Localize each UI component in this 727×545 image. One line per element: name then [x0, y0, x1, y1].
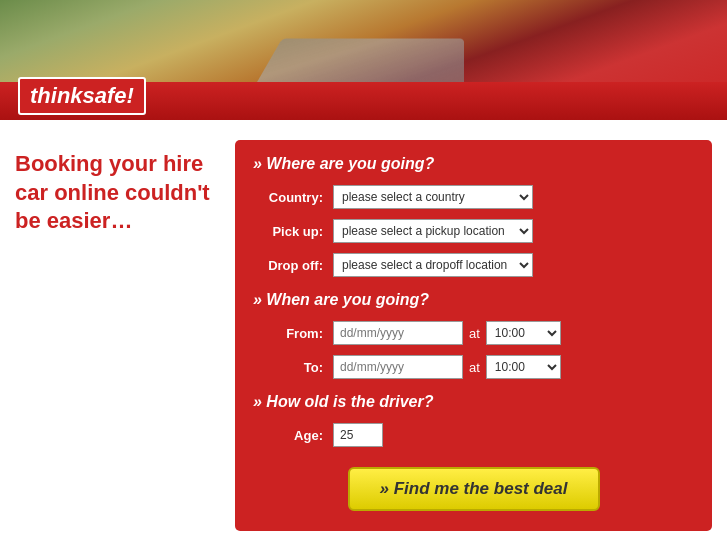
- to-row: To: at 10:00 08:00 09:00 11:00 12:00: [253, 355, 694, 379]
- from-at-label: at: [469, 326, 480, 341]
- to-at-label: at: [469, 360, 480, 375]
- driver-section-title: How old is the driver?: [253, 393, 694, 411]
- pickup-row: Pick up: please select a pickup location: [253, 219, 694, 243]
- find-deal-button[interactable]: » Find me the best deal: [348, 467, 600, 511]
- pickup-label: Pick up:: [253, 224, 323, 239]
- to-time-select[interactable]: 10:00 08:00 09:00 11:00 12:00: [486, 355, 561, 379]
- where-section-title: Where are you going?: [253, 155, 694, 173]
- header: thinksafe!: [0, 0, 727, 120]
- main-content: Booking your hire car online couldn't be…: [0, 120, 727, 545]
- to-date-input[interactable]: [333, 355, 463, 379]
- when-section-title: When are you going?: [253, 291, 694, 309]
- from-label: From:: [253, 326, 323, 341]
- to-label: To:: [253, 360, 323, 375]
- left-panel: Booking your hire car online couldn't be…: [15, 140, 215, 531]
- pickup-select[interactable]: please select a pickup location: [333, 219, 533, 243]
- tagline: Booking your hire car online couldn't be…: [15, 150, 215, 236]
- country-label: Country:: [253, 190, 323, 205]
- age-row: Age:: [253, 423, 694, 447]
- logo-box: thinksafe!: [18, 77, 146, 115]
- from-row: From: at 10:00 08:00 09:00 11:00 12:00: [253, 321, 694, 345]
- country-row: Country: please select a country: [253, 185, 694, 209]
- logo-text: thinksafe!: [30, 83, 134, 108]
- from-time-select[interactable]: 10:00 08:00 09:00 11:00 12:00: [486, 321, 561, 345]
- from-date-input[interactable]: [333, 321, 463, 345]
- dropoff-label: Drop off:: [253, 258, 323, 273]
- dropoff-select[interactable]: please select a dropoff location: [333, 253, 533, 277]
- dropoff-row: Drop off: please select a dropoff locati…: [253, 253, 694, 277]
- age-input[interactable]: [333, 423, 383, 447]
- submit-row: » Find me the best deal: [253, 467, 694, 511]
- form-panel: Where are you going? Country: please sel…: [235, 140, 712, 531]
- age-label: Age:: [253, 428, 323, 443]
- country-select[interactable]: please select a country: [333, 185, 533, 209]
